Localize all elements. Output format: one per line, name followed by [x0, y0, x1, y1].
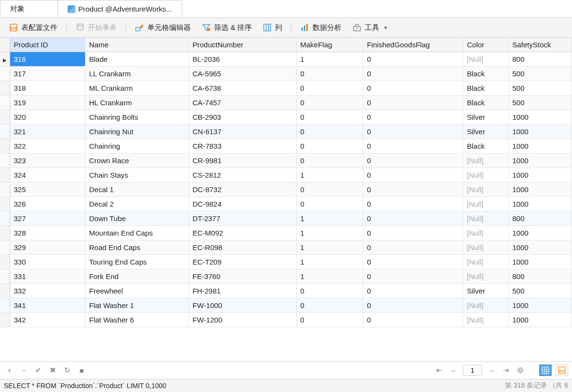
cell[interactable]: Silver: [463, 125, 508, 139]
data-grid[interactable]: Product ID Name ProductNumber MakeFlag F…: [0, 38, 572, 361]
cell[interactable]: 0: [363, 52, 463, 67]
cell[interactable]: 317: [10, 67, 85, 81]
begin-transaction-button[interactable]: 开始事务: [72, 21, 121, 34]
cell[interactable]: 0: [296, 96, 363, 110]
cell[interactable]: HL Crankarm: [85, 96, 188, 110]
cell[interactable]: 0: [296, 298, 363, 313]
cell[interactable]: 0: [296, 81, 363, 96]
cell[interactable]: 318: [10, 81, 85, 96]
cell[interactable]: 800: [508, 211, 572, 226]
filter-sort-button[interactable]: 筛选 & 排序: [198, 21, 256, 34]
cell[interactable]: 0: [296, 125, 363, 139]
cell[interactable]: 0: [363, 211, 463, 226]
cell[interactable]: [Null]: [463, 240, 508, 255]
page-input[interactable]: [463, 365, 482, 376]
cell[interactable]: 1: [296, 269, 363, 284]
cell[interactable]: 1: [296, 52, 363, 67]
cell[interactable]: Black: [463, 139, 508, 154]
row-header[interactable]: [0, 67, 10, 81]
cell[interactable]: EC-T209: [188, 255, 296, 269]
cell[interactable]: 0: [363, 154, 463, 168]
cell[interactable]: 342: [10, 313, 85, 327]
cell[interactable]: CR-7833: [188, 139, 296, 154]
cell[interactable]: Chainring: [85, 139, 188, 154]
row-header[interactable]: [0, 269, 10, 284]
cell[interactable]: 0: [363, 168, 463, 182]
cell[interactable]: 0: [363, 313, 463, 327]
cell[interactable]: 1000: [508, 182, 572, 197]
cell[interactable]: 500: [508, 81, 572, 96]
cell[interactable]: 0: [363, 269, 463, 284]
cell[interactable]: 324: [10, 168, 85, 182]
cell[interactable]: Crown Race: [85, 154, 188, 168]
prev-page-button[interactable]: ←: [448, 365, 459, 376]
cell[interactable]: FE-3760: [188, 269, 296, 284]
cell[interactable]: 500: [508, 67, 572, 81]
cell[interactable]: Chainring Bolts: [85, 110, 188, 125]
cell[interactable]: 1000: [508, 298, 572, 313]
cell[interactable]: 0: [296, 110, 363, 125]
cell[interactable]: 330: [10, 255, 85, 269]
tab-table[interactable]: Product @AdventureWorks...: [57, 0, 182, 17]
cell[interactable]: 0: [363, 67, 463, 81]
cell[interactable]: 0: [296, 313, 363, 327]
cell[interactable]: EC-R098: [188, 240, 296, 255]
cell[interactable]: 500: [508, 96, 572, 110]
cell[interactable]: Black: [463, 67, 508, 81]
col-header[interactable]: FinishedGoodsFlag: [363, 38, 463, 52]
col-header[interactable]: Color: [463, 38, 508, 52]
table-row[interactable]: 318ML CrankarmCA-673800Black500: [0, 81, 572, 96]
cell[interactable]: [Null]: [463, 154, 508, 168]
cell[interactable]: 0: [363, 197, 463, 211]
cell[interactable]: 1: [296, 255, 363, 269]
row-header[interactable]: [0, 226, 10, 240]
cell[interactable]: Flat Washer 1: [85, 298, 188, 313]
cell[interactable]: CA-6738: [188, 81, 296, 96]
col-header[interactable]: SafetyStock: [508, 38, 572, 52]
cell[interactable]: CS-2812: [188, 168, 296, 182]
table-row[interactable]: 326Decal 2DC-982400[Null]1000: [0, 197, 572, 211]
cell[interactable]: Road End Caps: [85, 240, 188, 255]
row-header[interactable]: [0, 240, 10, 255]
cell[interactable]: [Null]: [463, 298, 508, 313]
cell[interactable]: 331: [10, 269, 85, 284]
cell[interactable]: 323: [10, 154, 85, 168]
cell[interactable]: Silver: [463, 110, 508, 125]
table-row[interactable]: 341Flat Washer 1FW-100000[Null]1000: [0, 298, 572, 313]
cell[interactable]: 320: [10, 110, 85, 125]
table-row[interactable]: 330Touring End CapsEC-T20910[Null]1000: [0, 255, 572, 269]
cell[interactable]: 341: [10, 298, 85, 313]
cell[interactable]: 1: [296, 168, 363, 182]
table-row[interactable]: 329Road End CapsEC-R09810[Null]1000: [0, 240, 572, 255]
cell[interactable]: FW-1000: [188, 298, 296, 313]
cell[interactable]: Fork End: [85, 269, 188, 284]
cell[interactable]: 0: [363, 255, 463, 269]
cell[interactable]: 327: [10, 211, 85, 226]
row-header[interactable]: [0, 154, 10, 168]
cell[interactable]: 1000: [508, 168, 572, 182]
cell[interactable]: 1000: [508, 313, 572, 327]
cell[interactable]: [Null]: [463, 182, 508, 197]
cell[interactable]: [Null]: [463, 255, 508, 269]
cell[interactable]: 0: [296, 67, 363, 81]
cell[interactable]: CA-7457: [188, 96, 296, 110]
cell[interactable]: Down Tube: [85, 211, 188, 226]
cell[interactable]: Black: [463, 81, 508, 96]
delete-row-button[interactable]: －: [18, 365, 29, 376]
cell[interactable]: CB-2903: [188, 110, 296, 125]
col-header[interactable]: Product ID: [10, 38, 85, 52]
cancel-button[interactable]: ✖: [47, 365, 58, 376]
cell[interactable]: [Null]: [463, 197, 508, 211]
table-row[interactable]: 320Chainring BoltsCB-290300Silver1000: [0, 110, 572, 125]
cell[interactable]: Touring End Caps: [85, 255, 188, 269]
cell[interactable]: LL Crankarm: [85, 67, 188, 81]
cell[interactable]: 0: [363, 298, 463, 313]
table-row[interactable]: 327Down TubeDT-237710[Null]800: [0, 211, 572, 226]
col-header[interactable]: MakeFlag: [296, 38, 363, 52]
cell[interactable]: Flat Washer 6: [85, 313, 188, 327]
table-row[interactable]: 322ChainringCR-783300Black1000: [0, 139, 572, 154]
cell[interactable]: CN-6137: [188, 125, 296, 139]
cell[interactable]: 0: [363, 284, 463, 298]
cell[interactable]: 1: [296, 240, 363, 255]
cell[interactable]: DC-9824: [188, 197, 296, 211]
